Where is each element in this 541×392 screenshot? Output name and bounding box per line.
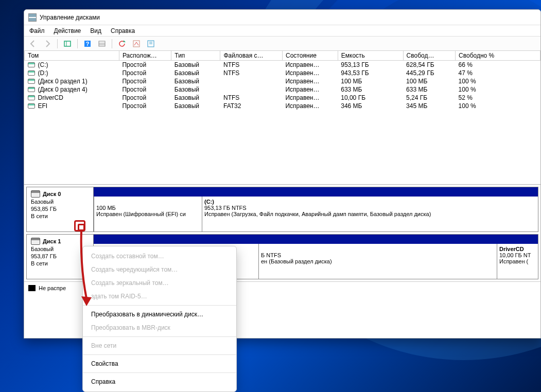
svg-text:?: ? (86, 41, 90, 47)
col-layout[interactable]: Располож… (119, 51, 171, 61)
nav-forward-button[interactable] (42, 38, 53, 49)
menu-item-help[interactable]: Справка (83, 375, 236, 388)
volume-list[interactable]: Том Располож… Тип Файловая с… Состояние … (24, 51, 540, 185)
volume-free: 445,29 ГБ (403, 69, 455, 77)
menu-view[interactable]: Вид (90, 27, 101, 34)
part-name: (C:) (204, 199, 536, 205)
menu-item-spanned: Создать составной том… (83, 250, 236, 263)
volume-icon (28, 62, 35, 67)
part-status: Исправен ( (499, 258, 536, 264)
app-icon (28, 13, 37, 22)
part-status: ен (Базовый раздел диска) (261, 258, 495, 264)
volume-free-pct: 52 % (456, 94, 540, 102)
volume-row[interactable]: EFIПростойБазовыйFAT32Исправен…346 МБ345… (25, 102, 540, 110)
volume-capacity: 346 МБ (338, 102, 403, 110)
volume-status: Исправен… (282, 69, 338, 77)
disk-1-part-d[interactable]: Б NTFS ен (Базовый раздел диска) (258, 244, 497, 279)
menu-help[interactable]: Справка (111, 27, 135, 34)
volume-name: EFI (38, 102, 48, 110)
window-title: Управление дисками (40, 14, 100, 21)
menu-item-offline: Вне сети (83, 339, 236, 352)
volume-row[interactable]: (D:)ПростойБазовыйNTFSИсправен…943,53 ГБ… (25, 69, 540, 77)
col-status[interactable]: Состояние (282, 51, 338, 61)
show-hide-button[interactable] (62, 38, 73, 49)
legend-label: Не распре (39, 285, 66, 291)
volume-name: (D:) (38, 69, 48, 77)
volume-icon (28, 70, 35, 76)
disk-1-size: 953,87 ГБ (31, 253, 89, 259)
col-free[interactable]: Свобод… (403, 51, 455, 61)
refresh-button[interactable] (116, 38, 128, 49)
volume-fs: NTFS (220, 69, 282, 77)
svg-rect-7 (133, 41, 139, 47)
volume-capacity: 10,00 ГБ (338, 94, 403, 102)
part-name: DriverCD (499, 246, 536, 252)
svg-rect-4 (99, 41, 105, 46)
volume-row[interactable]: (C:)ПростойБазовыйNTFSИсправен…953,13 ГБ… (25, 61, 540, 69)
volume-name: (Диск 0 раздел 1) (38, 78, 88, 85)
volume-capacity: 100 МБ (338, 77, 403, 85)
volume-row[interactable]: (Диск 0 раздел 4)ПростойБазовыйИсправен…… (25, 85, 540, 94)
toolbar: ? (24, 37, 540, 51)
volume-free-pct: 100 % (456, 102, 540, 110)
volume-type: Базовый (171, 85, 220, 94)
volume-free-pct: 100 % (456, 77, 540, 85)
disk-1-part-drivercd[interactable]: DriverCD 10,00 ГБ NT Исправен ( (497, 244, 538, 279)
volume-fs: FAT32 (220, 102, 282, 110)
menu-item-convert-mbr: Преобразовать в MBR-диск (83, 321, 236, 334)
volume-type: Базовый (171, 94, 220, 102)
menu-item-mirrored: Создать зеркальный том… (83, 276, 236, 290)
volume-layout: Простой (119, 77, 171, 85)
volume-free: 345 МБ (403, 102, 455, 110)
part-size: 953,13 ГБ NTFS (204, 205, 536, 211)
volume-free: 100 МБ (403, 77, 455, 85)
settings-button[interactable] (96, 38, 108, 49)
disk-icon (31, 238, 40, 245)
properties-button[interactable] (145, 38, 156, 49)
volume-type: Базовый (171, 102, 220, 110)
col-capacity[interactable]: Емкость (338, 51, 403, 61)
col-fs[interactable]: Файловая с… (220, 51, 282, 61)
volume-type: Базовый (171, 61, 220, 69)
menu-action[interactable]: Действие (54, 27, 81, 34)
volume-fs: NTFS (220, 94, 282, 102)
volume-layout: Простой (119, 102, 171, 110)
menu-item-properties[interactable]: Свойства (83, 357, 236, 370)
volume-free-pct: 100 % (456, 85, 540, 94)
volume-capacity: 633 МБ (338, 85, 403, 94)
volume-name: (C:) (38, 61, 48, 68)
part-status: Исправен (Шифрованный (EFI) си (96, 211, 200, 217)
volume-icon (28, 103, 35, 109)
column-headers[interactable]: Том Располож… Тип Файловая с… Состояние … (25, 51, 540, 61)
disk-0-stripe (94, 187, 538, 197)
disk-icon (31, 190, 40, 198)
volume-status: Исправен… (282, 102, 338, 110)
help-button[interactable]: ? (82, 38, 93, 49)
nav-back-button[interactable] (27, 38, 39, 49)
part-size: Б NTFS (261, 252, 495, 258)
volume-icon (28, 79, 35, 84)
titlebar: Управление дисками (24, 10, 540, 25)
disk-1-type: Базовый (31, 246, 89, 252)
col-free-pct[interactable]: Свободно % (456, 51, 540, 61)
legend-swatch-unallocated (28, 285, 36, 291)
disk-0-part-c[interactable]: (C:) 953,13 ГБ NTFS Исправен (Загрузка, … (202, 197, 538, 231)
disk-0-size: 953,85 ГБ (31, 206, 89, 212)
volume-row[interactable]: (Диск 0 раздел 1)ПростойБазовыйИсправен…… (25, 77, 540, 85)
disk-0-info[interactable]: Диск 0 Базовый 953,85 ГБ В сети (27, 187, 94, 231)
volume-free: 5,24 ГБ (403, 94, 455, 102)
volume-type: Базовый (171, 69, 220, 77)
col-volume[interactable]: Том (25, 51, 119, 61)
disk-context-menu: Создать составной том… Создать чередующи… (82, 246, 237, 392)
volume-name: DriverCD (38, 94, 63, 101)
list-view-button[interactable] (131, 38, 142, 49)
volume-row[interactable]: DriverCDПростойБазовыйNTFSИсправен…10,00… (25, 94, 540, 102)
disk-0-state: В сети (31, 213, 89, 219)
disk-0-part-1[interactable]: 100 МБ Исправен (Шифрованный (EFI) си (94, 197, 202, 231)
menu-item-convert-dynamic[interactable]: Преобразовать в динамический диск… (83, 308, 236, 321)
menu-file[interactable]: Файл (29, 27, 45, 34)
part-size: 100 МБ (96, 205, 200, 211)
col-type[interactable]: Тип (171, 51, 220, 61)
volume-fs (220, 85, 282, 94)
part-status: Исправен (Загрузка, Файл подкачки, Авари… (204, 211, 536, 217)
